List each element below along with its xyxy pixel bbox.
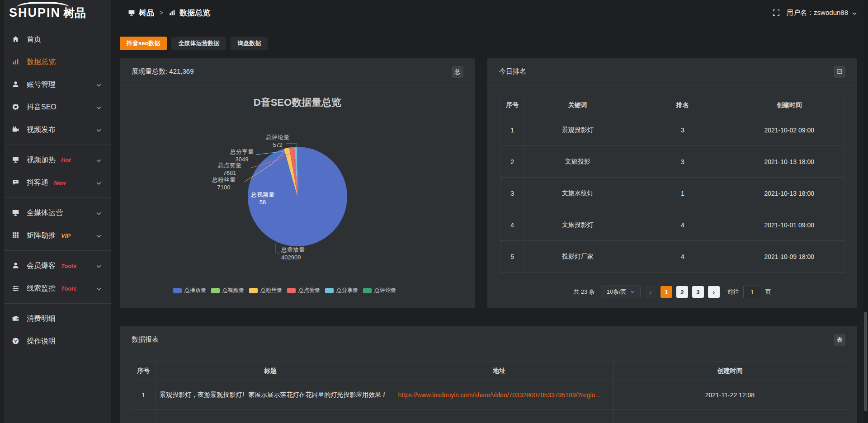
tab-douyin-seo-data[interactable]: 抖音seo数据 (120, 37, 167, 50)
sidebar-item-clue-monitor[interactable]: 线索监控Tools (0, 277, 111, 300)
sidebar-item-consumption-detail[interactable]: 消费明细 (0, 307, 111, 330)
pie-label-name: 总视频量 (242, 191, 283, 199)
breadcrumb-item-data-overview[interactable]: 数据总览 (179, 8, 210, 18)
chart-icon (12, 58, 21, 66)
pie-legend: 总播放量总视频量总粉丝量总点赞量总分享量总评论量 (173, 287, 396, 294)
cell: 投影灯厂家 (524, 241, 631, 273)
chart-icon (169, 9, 176, 16)
legend-label: 总分享量 (336, 287, 358, 294)
pagination-total: 共 23 条 (573, 288, 595, 296)
cell (385, 410, 613, 423)
page-scrollbar[interactable] (863, 0, 868, 423)
page-button-1[interactable]: 1 (660, 286, 672, 298)
sidebar-item-label: 全媒体运营 (27, 208, 63, 218)
sidebar-item-home[interactable]: 首页 (0, 28, 111, 51)
cell: 3 (631, 114, 734, 146)
fullscreen-icon[interactable] (772, 9, 780, 17)
legend-item-总分享量[interactable]: 总分享量 (325, 287, 358, 294)
legend-label: 总点赞量 (298, 287, 320, 294)
bubble-icon (12, 179, 21, 187)
cell: 景观投影灯 (524, 114, 631, 146)
sidebar-item-label: 首页 (27, 35, 41, 44)
sidebar-item-matrix-boost[interactable]: 矩阵助推VIP (0, 224, 111, 247)
chevron-down-icon[interactable] (852, 10, 857, 15)
impressions-total-label: 展现量总数: 421,369 (132, 67, 194, 76)
pie-label-总分享量: 总分享量3049 (222, 148, 262, 163)
page-button-2[interactable]: 2 (676, 286, 688, 298)
ranking-panel-header: 今日排名 日 (487, 58, 857, 85)
breadcrumb-item-shupin[interactable]: 树品 (139, 8, 154, 18)
pie-label-value: 7681 (209, 169, 250, 177)
prev-page-button[interactable]: ‹ (645, 286, 656, 298)
pie-label-总视频量: 总视频量58 (242, 191, 283, 206)
cell-created: 2021-11-22 12:08 (613, 380, 846, 410)
cell: 文旅投影 (524, 146, 631, 178)
next-page-button[interactable]: › (708, 286, 720, 298)
cell: 4 (631, 209, 734, 241)
sidebar-item-label: 线索监控 (27, 284, 56, 293)
username[interactable]: 用户名：zswodun88 (787, 9, 848, 17)
app-root: SHUPIN 树品 首页数据总览账号管理抖音SEO视频发布视频加热Hot抖客通N… (0, 0, 868, 423)
sidebar-item-label: 账号管理 (27, 80, 56, 89)
sidebar-item-instructions[interactable]: ?操作说明 (0, 330, 111, 352)
logo-arc (16, 2, 70, 14)
svg-text:?: ? (14, 338, 17, 343)
person-icon (12, 262, 21, 270)
main-content: 抖音seo数据全媒体运营数据询盘数据 展现量总数: 421,369 总 D音SE… (111, 25, 868, 423)
legend-item-总播放量[interactable]: 总播放量 (173, 287, 206, 294)
sidebar-item-douketong[interactable]: 抖客通New (0, 171, 111, 194)
total-view-badge[interactable]: 总 (452, 66, 463, 78)
sidebar-item-douyin-seo[interactable]: 抖音SEO (0, 96, 111, 118)
cell: 5 (500, 241, 524, 273)
sidebar-item-label: 视频加热 (27, 155, 56, 165)
legend-item-总视频量[interactable]: 总视频量 (211, 287, 244, 294)
table-row-partial (131, 410, 846, 423)
pie-label-name: 总播放量 (281, 246, 331, 254)
video-link[interactable]: https://www.iesdouyin.com/share/video/70… (398, 391, 600, 399)
legend-item-总评论量[interactable]: 总评论量 (363, 287, 396, 294)
page-size-value: 10条/页 (607, 288, 627, 296)
legend-swatch (363, 288, 372, 293)
pie-label-name: 总分享量 (222, 148, 262, 156)
sidebar-item-video-publish[interactable]: 视频发布 (0, 118, 111, 141)
chevron-down-icon (96, 286, 102, 291)
goto-page-input[interactable] (743, 286, 761, 298)
cell: 3 (631, 146, 734, 178)
legend-item-总点赞量[interactable]: 总点赞量 (287, 287, 320, 294)
ranking-table-wrap: 序号关键词排名创建时间 1景观投影灯32021-10-02 09:002文旅投影… (500, 96, 844, 273)
report-header-row: 序号标题地址创建时间 (131, 362, 846, 380)
legend-item-总粉丝量[interactable]: 总粉丝量 (249, 287, 282, 294)
tab-inquiry-data[interactable]: 询盘数据 (231, 37, 268, 50)
legend-swatch (211, 288, 220, 293)
table-view-badge[interactable]: 表 (834, 334, 845, 346)
column-header: 地址 (385, 362, 613, 380)
column-header: 标题 (156, 362, 385, 380)
sidebar-item-account-manage[interactable]: 账号管理 (0, 73, 111, 96)
page-button-3[interactable]: 3 (692, 286, 704, 298)
scrollbar-thumb[interactable] (864, 312, 867, 411)
sidebar-item-data-overview[interactable]: 数据总览 (0, 51, 111, 73)
cell-title: 景观投影灯，夜游景观投影灯厂家展示展示落花灯在花园里的灯光投影应用效果 # (156, 380, 385, 410)
pie-label-总粉丝量: 总粉丝量7100 (203, 176, 244, 191)
daily-view-badge[interactable]: 日 (834, 66, 845, 78)
legend-swatch (287, 288, 296, 293)
legend-label: 总视频量 (222, 287, 244, 294)
table-row: 1景观投影灯32021-10-02 09:00 (500, 114, 844, 146)
tab-media-operation-data[interactable]: 全媒体运营数据 (171, 37, 226, 50)
sidebar-menu: 首页数据总览账号管理抖音SEO视频发布视频加热Hot抖客通New全媒体运营矩阵助… (0, 25, 111, 352)
pie-label-name: 总评论量 (257, 134, 298, 141)
breadcrumb: 树品 > 数据总览 (128, 8, 210, 18)
sidebar-item-badge: New (54, 179, 66, 186)
legend-swatch (325, 288, 334, 293)
cell-url: https://www.iesdouyin.com/share/video/70… (385, 380, 613, 410)
sidebar-item-member-baoke[interactable]: 会员爆客Tools (0, 254, 111, 277)
table-row: 5投影灯厂家42021-10-09 18:00 (500, 241, 844, 273)
page-size-select[interactable]: 10条/页 (601, 286, 641, 298)
sidebar-divider (0, 250, 111, 251)
pie-label-name: 总粉丝量 (203, 176, 244, 184)
pie-label-总评论量: 总评论量572 (257, 134, 298, 149)
sidebar-item-media-operation[interactable]: 全媒体运营 (0, 202, 111, 224)
sidebar-item-video-heat[interactable]: 视频加热Hot (0, 149, 111, 171)
pie-label-value: 7100 (203, 184, 244, 192)
chevron-down-icon (96, 127, 102, 133)
